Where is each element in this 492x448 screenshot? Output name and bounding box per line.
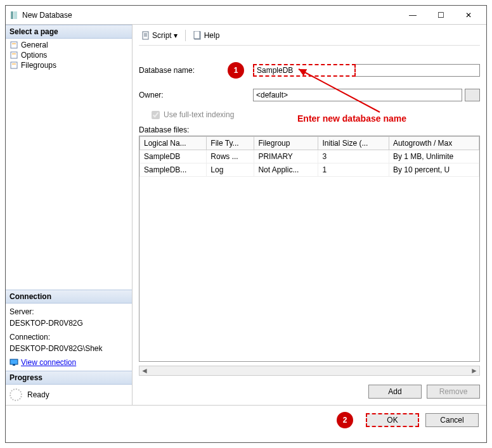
- svg-rect-12: [194, 31, 200, 39]
- svg-rect-5: [12, 53, 16, 54]
- dbname-row: Database name: 1: [139, 62, 480, 79]
- owner-input[interactable]: [253, 89, 462, 101]
- annotation-callout-2: 2: [337, 412, 353, 428]
- remove-button: Remove: [427, 385, 480, 399]
- add-button[interactable]: Add: [368, 385, 422, 399]
- titlebar: New Database — ☐ ✕: [6, 6, 486, 25]
- pages-header: Select a page: [6, 25, 132, 39]
- maximize-button[interactable]: ☐: [427, 6, 455, 24]
- svg-rect-1: [14, 11, 17, 19]
- minimize-button[interactable]: —: [399, 6, 427, 24]
- monitor-icon: [10, 358, 18, 367]
- files-table-wrap: Logical Na... File Ty... Filegroup Initi…: [139, 136, 480, 362]
- sidebar-item-options[interactable]: Options: [6, 50, 132, 60]
- script-icon: [141, 31, 150, 40]
- footer: 2 OK Cancel: [6, 405, 486, 435]
- svg-rect-9: [13, 364, 15, 366]
- dbname-input[interactable]: [253, 64, 356, 77]
- owner-row: Owner:: [139, 89, 480, 101]
- sidebar-item-label: Options: [21, 51, 47, 60]
- window-title: New Database: [22, 11, 399, 20]
- sidebar-item-general[interactable]: General: [6, 40, 132, 50]
- progress-spinner-icon: [10, 388, 22, 401]
- svg-rect-8: [10, 359, 18, 364]
- file-buttons: Add Remove: [139, 382, 480, 401]
- progress-status: Ready: [27, 390, 49, 399]
- page-icon: [10, 61, 18, 70]
- help-icon: [193, 31, 202, 40]
- page-icon: [10, 41, 18, 49]
- annotation-callout-1: 1: [228, 62, 244, 79]
- cancel-button[interactable]: Cancel: [425, 413, 479, 427]
- svg-rect-4: [11, 52, 17, 58]
- toolbar: Script ▾ Help: [139, 29, 480, 46]
- col-logical[interactable]: Logical Na...: [140, 137, 207, 150]
- connection-value: DESKTOP-DR0V82G\Shek: [10, 343, 128, 354]
- scroll-right-icon[interactable]: ►: [469, 366, 479, 375]
- fulltext-checkbox: [152, 111, 160, 119]
- table-row[interactable]: SampleDB... Log Not Applic... 1 By 10 pe…: [140, 163, 479, 177]
- sidebar-item-label: General: [21, 41, 48, 49]
- svg-rect-2: [11, 42, 17, 48]
- owner-browse-button[interactable]: [465, 89, 480, 101]
- sidebar-item-filegroups[interactable]: Filegroups: [6, 60, 132, 70]
- col-filetype[interactable]: File Ty...: [207, 137, 254, 150]
- ok-button[interactable]: OK: [366, 413, 419, 427]
- new-database-window: New Database — ☐ ✕ Select a page General…: [5, 5, 487, 443]
- col-filegroup[interactable]: Filegroup: [254, 137, 318, 150]
- table-row[interactable]: SampleDB Rows ... PRIMARY 3 By 1 MB, Unl…: [140, 150, 479, 163]
- sidebar-item-label: Filegroups: [21, 61, 56, 70]
- files-table[interactable]: Logical Na... File Ty... Filegroup Initi…: [139, 136, 479, 177]
- server-value: DESKTOP-DR0V82G: [10, 317, 128, 329]
- page-list: General Options Filegroups: [6, 39, 132, 290]
- svg-rect-10: [143, 32, 148, 39]
- connection-header: Connection: [6, 290, 132, 304]
- dbname-input-ext[interactable]: [356, 64, 480, 77]
- separator: [185, 30, 186, 41]
- main-panel: Script ▾ Help Database name: 1 Owner:: [133, 25, 486, 405]
- fulltext-label: Use full-text indexing: [164, 110, 234, 119]
- svg-rect-6: [11, 62, 17, 68]
- progress-header: Progress: [6, 371, 132, 385]
- progress-block: Ready: [6, 385, 132, 405]
- scroll-left-icon[interactable]: ◄: [139, 366, 150, 375]
- server-label: Server:: [10, 306, 128, 317]
- connection-label: Connection:: [10, 331, 128, 343]
- page-icon: [10, 51, 18, 60]
- connection-info: Server: DESKTOP-DR0V82G Connection: DESK…: [6, 304, 132, 371]
- col-autogrowth[interactable]: Autogrowth / Max: [389, 137, 479, 150]
- files-label: Database files:: [139, 125, 480, 134]
- svg-rect-0: [11, 11, 13, 19]
- horizontal-scrollbar[interactable]: ◄ ►: [139, 366, 480, 376]
- col-initialsize[interactable]: Initial Size (...: [318, 137, 389, 150]
- close-button[interactable]: ✕: [455, 6, 482, 24]
- chevron-down-icon: ▾: [174, 31, 178, 40]
- help-button[interactable]: Help: [191, 30, 223, 41]
- database-icon: [10, 11, 18, 20]
- view-connection-link[interactable]: View connection: [21, 357, 76, 368]
- annotation-text-1: Enter new database name: [297, 113, 406, 124]
- dbname-label: Database name:: [139, 66, 228, 75]
- script-button[interactable]: Script ▾: [139, 30, 180, 41]
- svg-rect-3: [12, 43, 16, 44]
- sidebar: Select a page General Options Filegroups…: [6, 25, 133, 405]
- owner-label: Owner:: [139, 91, 253, 99]
- svg-rect-7: [12, 63, 16, 65]
